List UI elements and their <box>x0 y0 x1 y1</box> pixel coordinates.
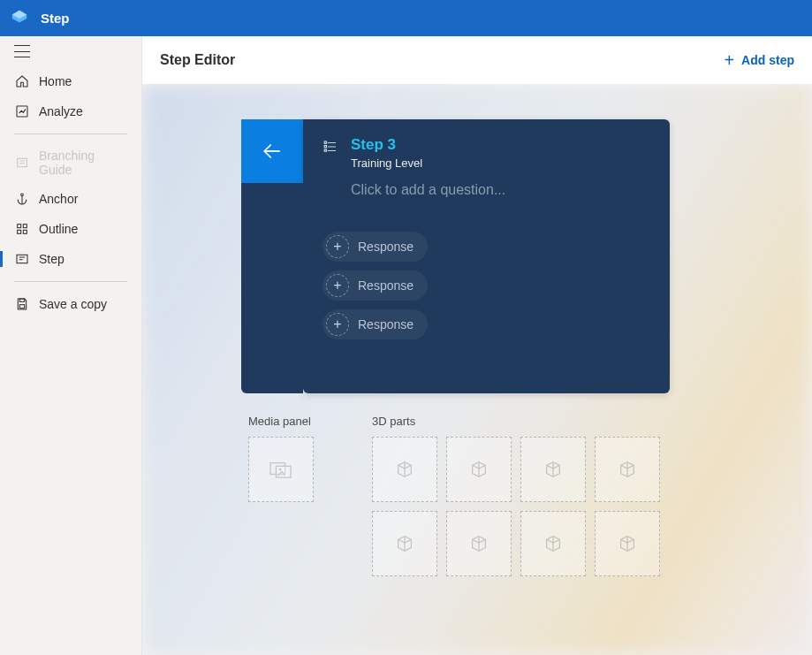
sidebar: Home Analyze Branching Guide Anchor Out <box>0 36 142 655</box>
cube-icon <box>469 534 489 553</box>
add-step-button[interactable]: + Add step <box>724 51 794 69</box>
step-subtitle: Training Level <box>351 156 422 170</box>
svg-point-2 <box>21 194 24 196</box>
sidebar-item-label: Branching Guide <box>39 149 127 177</box>
sidebar-item-label: Anchor <box>39 192 78 206</box>
sidebar-item-outline[interactable]: Outline <box>0 214 141 244</box>
response-chip[interactable]: + Response <box>323 232 428 262</box>
response-chip[interactable]: + Response <box>323 270 428 301</box>
sidebar-item-label: Step <box>39 252 65 266</box>
svg-rect-10 <box>324 141 326 143</box>
sidebar-item-home[interactable]: Home <box>0 66 141 96</box>
part-slot[interactable] <box>446 437 512 502</box>
editor-heading: Step Editor <box>160 52 235 68</box>
home-icon <box>14 73 30 89</box>
svg-rect-8 <box>19 299 24 301</box>
editor-header: Step Editor + Add step <box>142 36 812 84</box>
plus-icon: + <box>724 51 734 69</box>
back-button[interactable] <box>241 119 303 183</box>
list-icon <box>323 139 338 155</box>
sidebar-item-analyze[interactable]: Analyze <box>0 96 141 126</box>
svg-rect-6 <box>23 230 27 233</box>
outline-icon <box>14 221 30 237</box>
anchor-icon <box>14 191 30 207</box>
sidebar-divider <box>14 133 127 134</box>
svg-rect-5 <box>18 230 21 233</box>
sidebar-item-step[interactable]: Step <box>0 244 141 274</box>
step-icon <box>14 251 30 267</box>
parts-panel-title[data-name]: 3D parts <box>372 415 668 428</box>
cube-icon <box>543 460 563 479</box>
cube-icon <box>618 534 637 553</box>
plus-circle-icon: + <box>326 235 349 258</box>
svg-rect-4 <box>23 225 27 228</box>
cube-icon <box>395 534 414 553</box>
svg-rect-3 <box>18 225 21 228</box>
add-step-label: Add step <box>741 53 794 67</box>
cube-icon <box>395 460 414 479</box>
image-icon <box>269 460 292 479</box>
cube-icon <box>543 534 563 553</box>
plus-circle-icon: + <box>326 313 349 336</box>
app-title: Step <box>41 11 70 26</box>
svg-rect-9 <box>19 305 24 308</box>
question-input[interactable]: Click to add a question... <box>351 182 670 198</box>
sidebar-item-label: Outline <box>39 222 78 236</box>
sidebar-item-label: Save a copy <box>39 297 107 311</box>
analyze-icon <box>14 103 30 119</box>
sidebar-item-branching-guide[interactable]: Branching Guide <box>0 141 141 184</box>
title-bar: Step <box>0 0 812 36</box>
sidebar-item-label: Home <box>39 74 72 88</box>
media-panel-title: Media panel <box>248 415 314 428</box>
guide-icon <box>14 155 30 171</box>
cube-icon <box>469 460 489 479</box>
part-slot[interactable] <box>372 511 437 576</box>
part-slot[interactable] <box>372 437 437 502</box>
part-slot[interactable] <box>595 437 660 502</box>
save-icon <box>14 296 30 312</box>
menu-toggle-icon[interactable] <box>14 45 30 57</box>
cube-icon <box>618 460 637 479</box>
arrow-left-icon <box>259 138 285 164</box>
sidebar-item-anchor[interactable]: Anchor <box>0 184 141 214</box>
part-slot[interactable] <box>520 511 586 576</box>
svg-rect-12 <box>324 149 326 151</box>
sidebar-item-label: Analyze <box>39 104 83 118</box>
sidebar-item-save-copy[interactable]: Save a copy <box>0 289 141 319</box>
svg-rect-11 <box>324 146 326 148</box>
media-panel: Media panel <box>248 415 314 576</box>
media-slot[interactable] <box>248 437 314 502</box>
parts-panel: 3D parts <box>372 415 668 576</box>
svg-point-15 <box>279 468 282 471</box>
app-logo-icon <box>9 8 30 29</box>
response-label: Response <box>358 240 414 254</box>
response-chip[interactable]: + Response <box>323 309 428 339</box>
svg-rect-1 <box>18 158 27 166</box>
response-label: Response <box>358 317 414 331</box>
part-slot[interactable] <box>446 511 512 576</box>
plus-circle-icon: + <box>326 274 349 297</box>
svg-rect-7 <box>17 255 27 263</box>
step-card: Step 3 Training Level Click to add a que… <box>303 119 670 393</box>
sidebar-divider <box>14 281 127 282</box>
part-slot[interactable] <box>595 511 660 576</box>
part-slot[interactable] <box>520 437 586 502</box>
step-title: Step 3 <box>351 135 422 155</box>
response-label: Response <box>358 278 414 293</box>
